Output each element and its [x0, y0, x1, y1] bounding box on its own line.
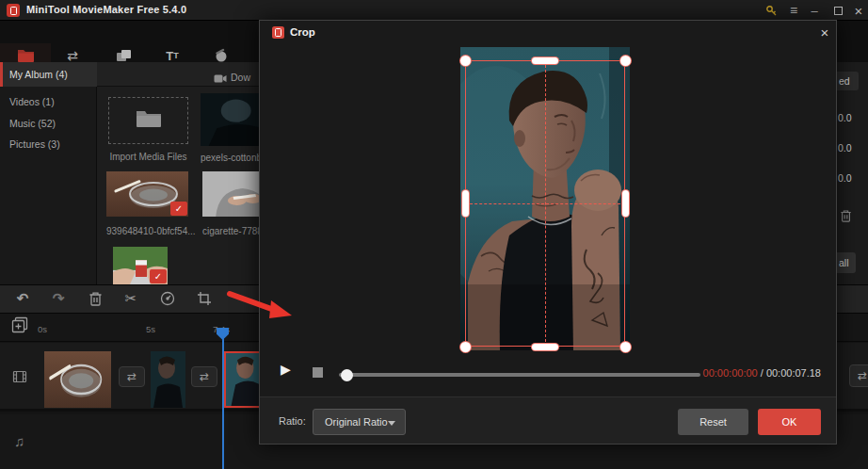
chevron-down-icon — [388, 421, 395, 426]
redo-icon[interactable]: ↷ — [46, 287, 71, 310]
slider-value-3: 0.0 — [838, 172, 852, 184]
transition-slot-icon[interactable]: ⇄ — [119, 366, 145, 387]
maximize-button[interactable] — [829, 2, 846, 19]
media-thumb-pack[interactable]: ✓ — [113, 247, 168, 284]
seek-slider-thumb[interactable] — [341, 369, 353, 381]
ratio-dropdown-value: Original Ratio — [325, 416, 388, 428]
timecode-separator: / — [758, 367, 766, 379]
sidebar-item-music[interactable]: Music (52) — [0, 113, 97, 135]
download-icon — [214, 71, 227, 88]
ratio-label: Ratio: — [279, 415, 306, 427]
selected-check-badge: ✓ — [170, 202, 187, 216]
crop-handle-bottom[interactable] — [531, 343, 559, 351]
properties-panel-sliver: ed 0.0 0.0 0.0 all — [837, 62, 868, 284]
timecode-total: 00:00:07.18 — [766, 367, 821, 379]
transition-slot-icon[interactable]: ⇄ — [191, 366, 217, 387]
reset-button[interactable]: Reset — [678, 409, 748, 435]
import-folder-icon — [136, 109, 162, 132]
app-logo-icon — [7, 4, 20, 17]
crop-dialog: Crop × — [259, 20, 837, 445]
crop-handle-right[interactable] — [621, 189, 630, 218]
sidebar-item-my-album[interactable]: My Album (4) — [0, 62, 97, 87]
import-media-label: Import Media Files — [108, 152, 188, 162]
dialog-close-icon[interactable]: × — [816, 24, 833, 40]
selected-check-badge: ✓ — [150, 269, 167, 283]
crop-handle-top-left[interactable] — [459, 55, 472, 67]
media-thumb-ashtray[interactable]: ✓ — [106, 171, 188, 217]
window-title: MiniTool MovieMaker Free 5.4.0 — [26, 4, 186, 15]
dialog-title: Crop — [290, 26, 315, 38]
stop-button[interactable] — [313, 367, 323, 378]
timeline-clip-ashtray[interactable] — [44, 351, 111, 408]
reset-trash-icon[interactable] — [840, 209, 852, 226]
undo-icon[interactable]: ↶ — [10, 287, 35, 310]
add-to-timeline-icon[interactable] — [11, 316, 28, 337]
play-button[interactable]: ▶ — [281, 362, 291, 377]
download-label[interactable]: Dow — [231, 72, 250, 83]
crop-icon[interactable] — [192, 287, 217, 310]
timecode-current: 00:00:00:00 — [703, 367, 758, 379]
dialog-app-icon — [272, 26, 284, 39]
delete-icon[interactable] — [83, 287, 107, 310]
crop-preview[interactable] — [460, 47, 630, 350]
minimize-button[interactable]: – — [806, 2, 823, 19]
ruler-mark-0s: 0s — [38, 324, 47, 334]
title-bar: MiniTool MovieMaker Free 5.4.0 ≡ – × — [0, 0, 868, 21]
speed-icon[interactable] — [155, 287, 180, 310]
slider-value-2: 0.0 — [838, 142, 852, 154]
sidebar-item-videos[interactable]: Videos (1) — [0, 91, 97, 113]
timeline-clip-portrait-dark[interactable] — [151, 351, 185, 408]
crop-handle-left[interactable] — [461, 189, 470, 218]
license-key-icon[interactable] — [763, 2, 780, 19]
seek-slider[interactable] — [339, 373, 700, 377]
music-track-icon: ♫ — [14, 433, 24, 449]
crop-handle-top-right[interactable] — [619, 55, 632, 67]
import-media-button[interactable] — [108, 97, 188, 144]
ruler-mark-5s: 5s — [146, 324, 155, 334]
transition-slot-fragment-icon[interactable]: ⇄ — [849, 364, 868, 387]
selection-indicator — [0, 62, 3, 87]
crop-handle-bottom-left[interactable] — [459, 341, 472, 353]
crop-handle-top[interactable] — [531, 57, 559, 65]
ratio-dropdown[interactable]: Original Ratio — [313, 409, 406, 435]
split-scissors-icon[interactable]: ✂ — [119, 287, 143, 310]
slider-value-1: 0.0 — [838, 112, 852, 123]
timecode: 00:00:00:00 / 00:00:07.18 — [703, 367, 821, 379]
sidebar-item-pictures[interactable]: Pictures (3) — [0, 134, 97, 155]
album-sidebar: My Album (4) Videos (1) Music (52) Pictu… — [0, 62, 97, 284]
app-window: MiniTool MovieMaker Free 5.4.0 ≡ – × Med… — [0, 0, 868, 469]
close-button[interactable]: × — [850, 2, 867, 19]
playhead-line — [222, 335, 224, 469]
ok-button[interactable]: OK — [758, 409, 821, 435]
menu-icon[interactable]: ≡ — [785, 2, 802, 19]
crop-handle-bottom-right[interactable] — [619, 341, 632, 353]
apply-to-all-fragment[interactable]: all — [837, 252, 856, 273]
panel-tab-fragment[interactable]: ed — [837, 72, 859, 90]
media-thumb-ashtray-label: 939648410-0bfcf54... — [106, 226, 196, 236]
crop-center-guide-horizontal — [465, 203, 625, 204]
video-track-icon — [12, 369, 27, 388]
